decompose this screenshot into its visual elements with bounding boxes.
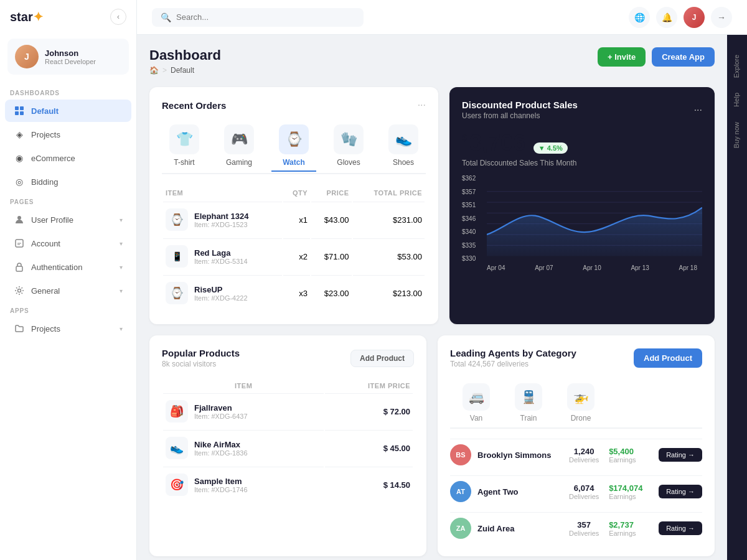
agent-info: Zuid Area: [477, 524, 559, 533]
svg-rect-1: [20, 106, 24, 110]
agent-earnings: $2,737 Earnings: [609, 520, 652, 537]
list-item: ZA Zuid Area 357 Deliveries $2,737 Earni…: [450, 512, 702, 544]
sidebar-item-general[interactable]: General ▾: [5, 279, 131, 302]
agent-name: Brooklyn Simmons: [477, 450, 559, 460]
main-scroll: Dashboard 🏠 > Default + Invite Create Ap…: [137, 35, 727, 560]
diamond-icon: ◈: [14, 129, 25, 140]
total-cell: $53.00: [353, 238, 425, 274]
tab-gloves-label: Gloves: [337, 158, 360, 167]
earnings-value: $5,400: [609, 447, 652, 456]
tab-watch-label: Watch: [283, 158, 305, 167]
breadcrumb: 🏠 > Default: [149, 66, 221, 75]
sidebar-item-ecommerce[interactable]: ◉ eCommerce: [5, 147, 131, 169]
item-thumbnail: 📱: [166, 245, 188, 268]
agent-name: Zuid Area: [477, 524, 559, 533]
sidebar-item-label: Account: [31, 239, 60, 248]
product-sku: Item: #XDG-1836: [194, 449, 248, 457]
list-item: AT Agent Two 6,074 Deliveries $174,074 E…: [450, 475, 702, 507]
leading-agents-header: Leading Agents by Category Total 424,567…: [450, 348, 702, 368]
discounted-sales-title: Discounted Product Sales: [462, 100, 578, 110]
shopping-icon: ◉: [14, 152, 25, 164]
sales-amount: $ 3,706 ▼ 4.5%: [462, 130, 702, 156]
help-tab[interactable]: Help: [729, 85, 745, 114]
add-product-agents-button[interactable]: Add Product: [634, 348, 702, 368]
globe-icon[interactable]: 🌐: [629, 7, 650, 28]
discounted-sales-title-wrap: Discounted Product Sales Users from all …: [462, 100, 578, 120]
x-label-5: Apr 18: [679, 264, 697, 271]
sidebar-item-authentication[interactable]: Authentication ▾: [5, 256, 131, 278]
tab-train[interactable]: 🚆 Train: [502, 378, 555, 429]
tab-gloves[interactable]: 🧤 Gloves: [326, 121, 371, 172]
agents-list: BS Brooklyn Simmons 1,240 Deliveries $5,…: [450, 439, 702, 544]
train-icon: 🚆: [515, 383, 542, 411]
tab-watch[interactable]: ⌚ Watch: [271, 121, 316, 172]
explore-tab[interactable]: Explore: [729, 47, 745, 85]
sidebar-item-projects-app[interactable]: Projects ▾: [5, 317, 131, 340]
more-menu-icon[interactable]: ···: [694, 105, 702, 116]
content-area: Dashboard 🏠 > Default + Invite Create Ap…: [137, 35, 747, 560]
arrow-right-icon[interactable]: →: [711, 7, 732, 28]
pages-section-label: PAGES: [0, 194, 136, 208]
agent-avatar: ZA: [450, 518, 471, 539]
van-icon: 🚐: [463, 383, 490, 411]
sidebar-item-label: Projects: [31, 130, 60, 139]
sidebar-item-projects[interactable]: ◈ Projects: [5, 123, 131, 146]
item-cell: ⌚ RiseUP Item: #XDG-4222: [163, 275, 282, 310]
watch-icon: ⌚: [279, 124, 309, 154]
item-name: Elephant 1324: [194, 212, 248, 221]
tab-drone[interactable]: 🚁 Drone: [555, 378, 607, 429]
gloves-icon: 🧤: [334, 124, 364, 154]
rating-button[interactable]: Rating →: [659, 485, 702, 498]
earnings-label: Earnings: [609, 456, 652, 464]
sidebar-collapse-button[interactable]: ‹: [110, 9, 126, 25]
product-price: $ 14.50: [325, 467, 413, 502]
search-wrap: 🔍: [152, 8, 364, 27]
home-icon: 🏠: [149, 66, 159, 75]
col-price: PRICE: [311, 185, 351, 200]
tab-drone-label: Drone: [571, 414, 591, 422]
top-section: Recent Orders ··· 👕 T-shirt 🎮 Gaming: [149, 87, 715, 324]
item-sku: Item: #XDG-1523: [194, 221, 248, 228]
tab-tshirt[interactable]: 👕 T-shirt: [162, 121, 207, 172]
product-thumbnail: 🎒: [166, 400, 188, 422]
col-item: ITEM: [163, 380, 324, 392]
y-label-3: $351: [462, 202, 482, 208]
sidebar-item-default[interactable]: Default: [5, 100, 131, 122]
page-title: Dashboard: [149, 47, 221, 63]
svg-rect-0: [15, 106, 19, 110]
tab-gaming[interactable]: 🎮 Gaming: [217, 121, 261, 172]
profile-icon: [14, 214, 25, 225]
sales-badge: ▼ 4.5%: [533, 142, 568, 154]
tshirt-icon: 👕: [169, 124, 199, 154]
add-product-button[interactable]: Add Product: [350, 350, 414, 367]
user-avatar-topbar[interactable]: J: [684, 7, 705, 28]
rating-button[interactable]: Rating →: [659, 448, 702, 462]
tab-van[interactable]: 🚐 Van: [450, 378, 502, 429]
deliveries-count: 357: [565, 520, 603, 530]
price-cell: $23.00: [311, 275, 351, 310]
tab-shoes[interactable]: 👟 Shoes: [381, 121, 426, 172]
agent-earnings: $5,400 Earnings: [609, 447, 652, 464]
line-chart-svg: [487, 175, 702, 262]
item-cell: 📱 Red Laga Item: #XDG-5314: [163, 238, 282, 274]
search-input[interactable]: [176, 12, 355, 22]
popular-products-subtitle: 8k social visitors: [162, 360, 240, 368]
chevron-down-icon: ▾: [120, 264, 123, 271]
invite-button[interactable]: + Invite: [598, 47, 646, 67]
more-menu-icon[interactable]: ···: [418, 100, 426, 111]
sidebar-item-bidding[interactable]: ◎ Bidding: [5, 170, 131, 193]
create-app-button[interactable]: Create App: [652, 47, 715, 67]
topbar: 🔍 🌐 🔔 J →: [137, 0, 747, 35]
popular-products-title-wrap: Popular Products 8k social visitors: [162, 348, 240, 368]
account-icon: [14, 238, 25, 249]
col-item: ITEM: [163, 185, 282, 200]
sidebar-item-user-profile[interactable]: User Profile ▾: [5, 208, 131, 231]
notification-icon[interactable]: 🔔: [656, 7, 677, 28]
rating-button[interactable]: Rating →: [659, 521, 702, 535]
list-item: BS Brooklyn Simmons 1,240 Deliveries $5,…: [450, 439, 702, 470]
table-row: 👟 Nike AirMax Item: #XDG-1836 $ 45.00: [163, 430, 413, 465]
agent-deliveries: 6,074 Deliveries: [565, 483, 603, 500]
buy-now-tab[interactable]: Buy now: [729, 114, 745, 156]
sidebar-item-account[interactable]: Account ▾: [5, 232, 131, 254]
table-row: 📱 Red Laga Item: #XDG-5314 x2 $71.00: [163, 238, 425, 274]
